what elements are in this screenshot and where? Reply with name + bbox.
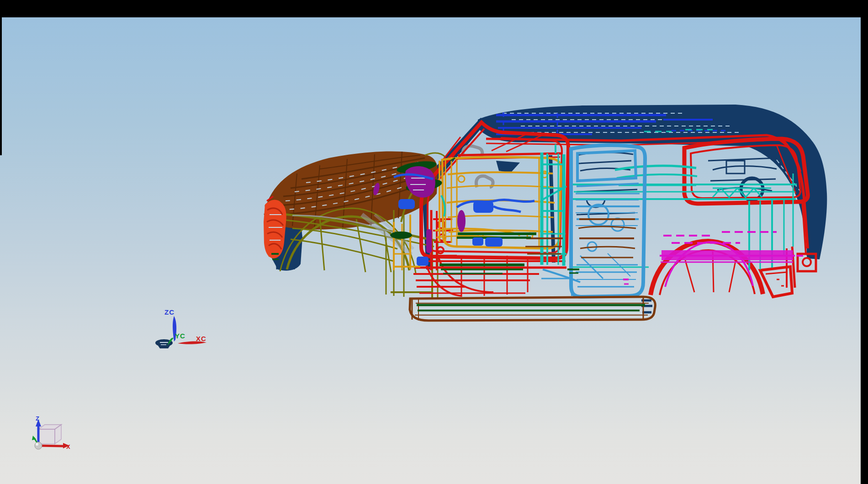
cad-application-window: ZC YC XC Z X xyxy=(0,0,868,484)
roof-grab-handles[interactable] xyxy=(463,146,493,187)
wcs-x-label: XC xyxy=(196,335,206,342)
view-orientation-triad[interactable]: Z X xyxy=(32,415,70,450)
triad-origin-sphere-highlight xyxy=(36,443,38,446)
viewport-canvas[interactable]: ZC YC XC Z X xyxy=(0,0,868,484)
model-suv-body-wireframe[interactable] xyxy=(155,105,827,348)
triad-origin-sphere[interactable] xyxy=(35,442,42,449)
triad-cube-front-face xyxy=(38,429,55,444)
triad-z-label: Z xyxy=(36,415,39,422)
wcs-triad[interactable]: ZC YC XC xyxy=(164,308,206,346)
mirror-bracket[interactable] xyxy=(496,161,520,173)
triad-x-label: X xyxy=(66,443,70,450)
wcs-y-label: YC xyxy=(175,332,185,340)
wcs-z-label: ZC xyxy=(164,308,175,316)
